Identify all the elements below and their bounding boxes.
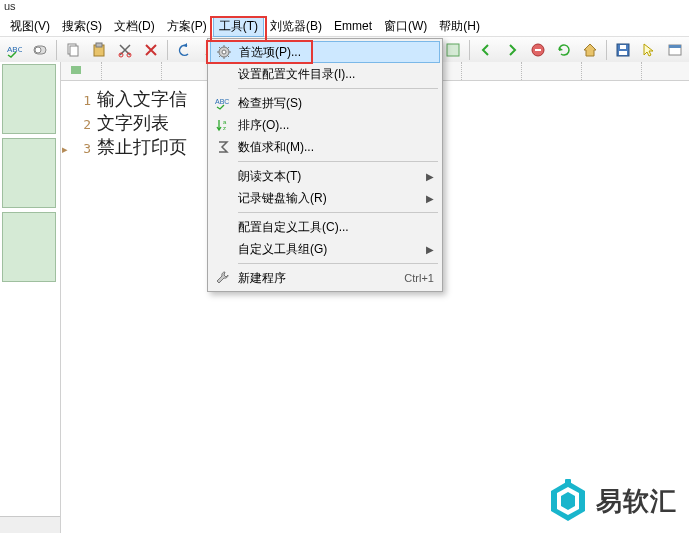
menu-separator (238, 88, 438, 89)
svg-rect-17 (669, 45, 681, 48)
gear-icon (213, 43, 235, 61)
menu-item-config-dir[interactable]: 设置配置文件目录(I)... (210, 63, 440, 85)
svg-rect-26 (565, 479, 571, 485)
submenu-arrow-icon: ▶ (426, 193, 434, 204)
svg-point-2 (35, 47, 41, 53)
menu-search[interactable]: 搜索(S) (56, 16, 108, 37)
spellcheck-button[interactable]: ABC (2, 38, 26, 62)
menu-label: 数值求和(M)... (234, 139, 434, 156)
menu-item-sum[interactable]: 数值求和(M)... (210, 136, 440, 158)
svg-text:ABC: ABC (215, 98, 229, 105)
watermark-text: 易软汇 (596, 484, 677, 519)
menu-label: 首选项(P)... (235, 44, 433, 61)
paste-button[interactable] (87, 38, 111, 62)
line-number: 1 (69, 93, 97, 108)
refresh-button[interactable] (552, 38, 576, 62)
menu-label: 自定义工具组(G) (234, 241, 426, 258)
tools-dropdown: 首选项(P)... 设置配置文件目录(I)... ABC 检查拼写(S) az … (207, 38, 443, 292)
menu-item-sort[interactable]: az 排序(O)... (210, 114, 440, 136)
svg-text:z: z (223, 125, 226, 131)
menu-tools[interactable]: 工具(T) (213, 16, 264, 37)
menu-item-record-keyboard[interactable]: 记录键盘输入(R) ▶ (210, 187, 440, 209)
delete-button[interactable] (139, 38, 163, 62)
sort-icon: az (212, 116, 234, 134)
menu-emmet[interactable]: Emmet (328, 17, 378, 35)
menu-window[interactable]: 窗口(W) (378, 16, 433, 37)
menu-help[interactable]: 帮助(H) (433, 16, 486, 37)
wrench-icon (212, 269, 234, 287)
menu-item-spellcheck[interactable]: ABC 检查拼写(S) (210, 92, 440, 114)
cut-button[interactable] (113, 38, 137, 62)
panel-button[interactable] (663, 38, 687, 62)
ruler-indent-marker[interactable] (71, 66, 81, 74)
submenu-arrow-icon: ▶ (426, 171, 434, 182)
menu-scheme[interactable]: 方案(P) (161, 16, 213, 37)
line-marker: ▸ (61, 143, 69, 156)
thumbnail-strip (0, 62, 60, 516)
menu-bar: 视图(V) 搜索(S) 文档(D) 方案(P) 工具(T) 刘览器(B) Emm… (0, 16, 689, 37)
menu-item-preferences[interactable]: 首选项(P)... (210, 41, 440, 63)
cursor-button[interactable] (637, 38, 661, 62)
menu-item-new-program[interactable]: 新建程序 Ctrl+1 (210, 267, 440, 289)
abc-check-icon: ABC (212, 94, 234, 112)
toolbar-separator (167, 40, 168, 60)
toolbar-separator (606, 40, 607, 60)
page-thumbnail[interactable] (2, 138, 56, 208)
page-thumbnail[interactable] (2, 212, 56, 282)
svg-rect-4 (70, 46, 78, 56)
menu-view[interactable]: 视图(V) (4, 16, 56, 37)
svg-rect-15 (620, 45, 626, 49)
save-button[interactable] (611, 38, 635, 62)
toggle-button[interactable] (28, 38, 52, 62)
title-bar: us (0, 0, 689, 16)
menu-label: 记录键盘输入(R) (234, 190, 426, 207)
menu-item-configure-tools[interactable]: 配置自定义工具(C)... (210, 216, 440, 238)
stop-button[interactable] (526, 38, 550, 62)
sigma-icon (212, 138, 234, 156)
watermark-logo-icon (548, 479, 588, 523)
thumbnail-scrollbar[interactable] (0, 516, 60, 533)
title-text: us (4, 0, 16, 12)
svg-rect-12 (535, 49, 541, 51)
toolbar-separator (469, 40, 470, 60)
copy-button[interactable] (61, 38, 85, 62)
next-button[interactable] (500, 38, 524, 62)
line-text: 禁止打印页 (97, 135, 187, 159)
tool-b-button[interactable] (441, 38, 465, 62)
menu-label: 朗读文本(T) (234, 168, 426, 185)
undo-button[interactable] (172, 38, 196, 62)
svg-rect-14 (619, 51, 627, 55)
thumbnail-panel (0, 62, 61, 533)
menu-browser[interactable]: 刘览器(B) (264, 16, 328, 37)
menu-label: 检查拼写(S) (234, 95, 434, 112)
menu-label: 新建程序 (234, 270, 398, 287)
menu-item-read-aloud[interactable]: 朗读文本(T) ▶ (210, 165, 440, 187)
menu-separator (238, 263, 438, 264)
menu-item-toolgroups[interactable]: 自定义工具组(G) ▶ (210, 238, 440, 260)
page-thumbnail[interactable] (2, 64, 56, 134)
svg-point-19 (222, 50, 226, 54)
menu-label: 排序(O)... (234, 117, 434, 134)
prev-button[interactable] (474, 38, 498, 62)
toolbar-separator (56, 40, 57, 60)
line-number: 3 (69, 141, 97, 156)
menu-doc[interactable]: 文档(D) (108, 16, 161, 37)
svg-rect-6 (96, 43, 102, 47)
menu-shortcut: Ctrl+1 (398, 272, 434, 284)
submenu-arrow-icon: ▶ (426, 244, 434, 255)
svg-rect-10 (447, 44, 459, 56)
menu-separator (238, 212, 438, 213)
line-number: 2 (69, 117, 97, 132)
menu-label: 配置自定义工具(C)... (234, 219, 434, 236)
watermark: 易软汇 (548, 479, 677, 523)
menu-separator (238, 161, 438, 162)
menu-label: 设置配置文件目录(I)... (234, 66, 434, 83)
line-text: 输入文字信 (97, 87, 187, 111)
home-button[interactable] (578, 38, 602, 62)
line-text: 文字列表 (97, 111, 169, 135)
